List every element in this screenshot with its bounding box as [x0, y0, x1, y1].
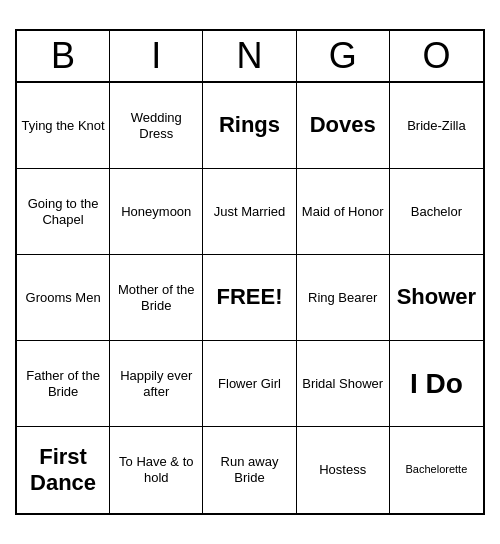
bingo-card: BINGO Tying the KnotWedding DressRingsDo… [15, 29, 485, 515]
header-letter-I: I [110, 31, 203, 81]
header-letter-G: G [297, 31, 390, 81]
bingo-cell-11: Mother of the Bride [110, 255, 203, 341]
bingo-cell-9: Bachelor [390, 169, 483, 255]
bingo-header: BINGO [17, 31, 483, 83]
bingo-cell-8: Maid of Honor [297, 169, 390, 255]
bingo-cell-7: Just Married [203, 169, 296, 255]
bingo-cell-20: First Dance [17, 427, 110, 513]
bingo-cell-17: Flower Girl [203, 341, 296, 427]
bingo-cell-10: Grooms Men [17, 255, 110, 341]
bingo-grid: Tying the KnotWedding DressRingsDovesBri… [17, 83, 483, 513]
bingo-cell-21: To Have & to hold [110, 427, 203, 513]
bingo-cell-1: Wedding Dress [110, 83, 203, 169]
header-letter-B: B [17, 31, 110, 81]
bingo-cell-23: Hostess [297, 427, 390, 513]
bingo-cell-24: Bachelorette [390, 427, 483, 513]
bingo-cell-6: Honeymoon [110, 169, 203, 255]
bingo-cell-2: Rings [203, 83, 296, 169]
bingo-cell-4: Bride-Zilla [390, 83, 483, 169]
bingo-cell-0: Tying the Knot [17, 83, 110, 169]
bingo-cell-18: Bridal Shower [297, 341, 390, 427]
bingo-cell-16: Happily ever after [110, 341, 203, 427]
bingo-cell-13: Ring Bearer [297, 255, 390, 341]
bingo-cell-14: Shower [390, 255, 483, 341]
bingo-cell-5: Going to the Chapel [17, 169, 110, 255]
header-letter-N: N [203, 31, 296, 81]
bingo-cell-15: Father of the Bride [17, 341, 110, 427]
bingo-cell-19: I Do [390, 341, 483, 427]
header-letter-O: O [390, 31, 483, 81]
bingo-cell-12: FREE! [203, 255, 296, 341]
bingo-cell-3: Doves [297, 83, 390, 169]
bingo-cell-22: Run away Bride [203, 427, 296, 513]
